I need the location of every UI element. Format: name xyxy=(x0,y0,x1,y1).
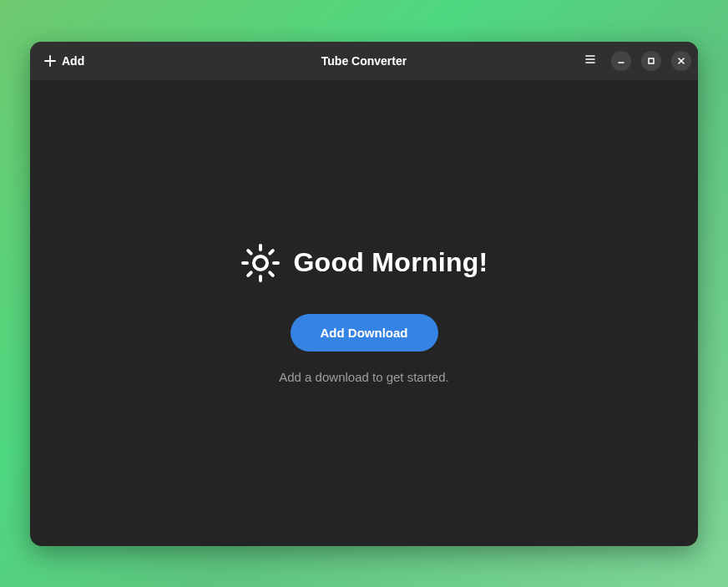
add-download-button[interactable]: Add Download xyxy=(291,314,438,352)
minimize-button[interactable] xyxy=(611,51,631,71)
titlebar-left: Add xyxy=(37,51,91,71)
svg-line-15 xyxy=(270,272,274,276)
add-button[interactable]: Add xyxy=(37,51,91,71)
hamburger-menu-button[interactable] xyxy=(579,50,601,72)
close-button[interactable] xyxy=(671,51,691,71)
hamburger-icon xyxy=(584,53,597,69)
minimize-icon xyxy=(617,53,625,68)
maximize-button[interactable] xyxy=(641,51,661,71)
svg-line-16 xyxy=(249,272,252,276)
greeting-text: Good Morning! xyxy=(293,247,488,278)
plus-icon xyxy=(43,54,57,68)
svg-rect-6 xyxy=(649,58,654,63)
svg-line-14 xyxy=(249,250,252,254)
app-window: Add Tube Converter xyxy=(30,42,698,546)
titlebar: Add Tube Converter xyxy=(30,42,698,80)
svg-line-17 xyxy=(270,250,274,254)
main-content: Good Morning! Add Download Add a downloa… xyxy=(30,80,698,546)
add-button-label: Add xyxy=(62,54,84,68)
close-icon xyxy=(677,53,685,68)
titlebar-right xyxy=(579,50,691,72)
svg-point-9 xyxy=(254,256,267,270)
sun-icon xyxy=(240,242,281,284)
maximize-icon xyxy=(647,53,655,68)
window-controls xyxy=(611,51,691,71)
hint-text: Add a download to get started. xyxy=(279,370,448,384)
greeting-row: Good Morning! xyxy=(240,242,488,284)
